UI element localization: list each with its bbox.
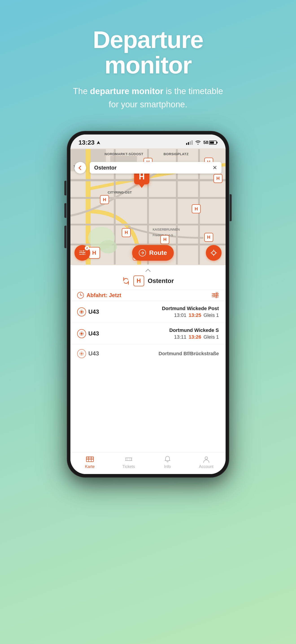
tab-bar: Karte Tickets Info: [70, 452, 226, 474]
status-time: 13:23: [78, 139, 101, 146]
line-number-3: U43: [88, 350, 99, 357]
destination-2: Dortmund Wickede S: [103, 328, 219, 333]
svg-point-12: [81, 333, 83, 334]
tab-info-label: Info: [164, 464, 171, 469]
tab-account[interactable]: Account: [187, 455, 226, 469]
departure-row-1[interactable]: U43 Dortmund Wickede Post 13:01 13:25 Gl…: [70, 301, 226, 323]
location-button[interactable]: [206, 245, 222, 261]
map-label-nordmarkt: NORDMARKT-SÜDOST: [105, 152, 143, 156]
departure-row-2[interactable]: U43 Dortmund Wickede S 13:11 13:26 Gleis…: [70, 323, 226, 345]
line-badge-2: U43: [77, 329, 99, 338]
map-label-cityring: CITYRING-OST: [108, 190, 132, 194]
stop-name-label: Ostentor: [94, 164, 117, 171]
map-container[interactable]: NORDMARKT-SÜDOST BORSIGPLATZ T-SÜD CITYR…: [70, 148, 226, 265]
refresh-icon[interactable]: [122, 277, 130, 285]
metro-icon-3: [77, 349, 86, 358]
tab-account-label: Account: [199, 464, 213, 469]
line-number-1: U43: [88, 308, 99, 315]
crosshair-icon: [210, 249, 217, 256]
svg-point-17: [205, 457, 208, 460]
tab-tickets-label: Tickets: [122, 464, 135, 469]
phone-wrapper: 13:23: [67, 131, 229, 477]
status-icons: 58: [186, 140, 217, 145]
close-icon[interactable]: ✕: [213, 164, 217, 171]
location-arrow-icon: [96, 140, 101, 144]
account-icon: [202, 455, 211, 464]
filter-sliders-icon[interactable]: [212, 293, 219, 297]
svg-point-5: [212, 251, 215, 255]
svg-point-14: [81, 353, 83, 354]
route-button[interactable]: Route: [132, 245, 173, 261]
hero-subtitle: The departure monitor is the timetablefo…: [58, 85, 238, 111]
line-badge-3: U43: [77, 349, 99, 358]
route-arrow-icon: [139, 249, 146, 256]
line-badge-1: U43: [77, 308, 99, 316]
platform-1: Gleis 1: [204, 312, 219, 318]
phone-frame: 13:23: [67, 131, 229, 477]
status-bar: 13:23: [70, 134, 226, 148]
map-bottom-controls: 2: [70, 245, 226, 261]
filter-button[interactable]: 2: [74, 245, 90, 261]
stop-h-icon: H: [134, 276, 144, 286]
chevron-up-icon[interactable]: [145, 268, 151, 272]
map-label-kaiser: KAISERBRUNNEN: [153, 228, 180, 231]
stop-icon-8[interactable]: H: [160, 235, 169, 244]
wifi-icon: [195, 140, 201, 144]
bottom-panel: H Ostentor Abfahrt: Jetzt: [70, 265, 226, 474]
filter-badge: 2: [85, 246, 89, 250]
signal-icon: [186, 140, 193, 145]
platform-2: Gleis 1: [204, 334, 219, 340]
time-next-1: 13:25: [189, 312, 201, 318]
panel-handle: [70, 265, 226, 274]
svg-point-10: [81, 311, 83, 313]
departure-info-1: Dortmund Wickede Post 13:01 13:25 Gleis …: [103, 306, 219, 318]
ticket-icon: [125, 455, 133, 464]
departure-list: U43 Dortmund Wickede Post 13:01 13:25 Gl…: [70, 301, 226, 452]
time-next-2: 13:26: [189, 334, 201, 340]
stop-icon-4[interactable]: H: [100, 195, 109, 204]
departure-time-label[interactable]: Abfahrt: Jetzt: [77, 292, 121, 299]
battery-icon: 58: [203, 140, 217, 145]
svg-rect-16: [86, 457, 94, 462]
stop-header-name: Ostentor: [148, 277, 174, 284]
metro-icon-2: [77, 329, 86, 338]
departure-info-3: Dortmund Bf/Brückstraße: [103, 351, 219, 356]
stop-icon-3[interactable]: H: [213, 174, 222, 183]
hero-title: Departure monitor: [58, 27, 238, 78]
map-label-borsigplatz: BORSIGPLATZ: [163, 152, 189, 156]
tab-karte-label: Karte: [85, 464, 95, 469]
tab-tickets[interactable]: Tickets: [109, 455, 148, 469]
metro-icon-1: [77, 308, 86, 316]
departure-filter-row: Abfahrt: Jetzt: [70, 290, 226, 301]
tab-karte[interactable]: Karte: [70, 455, 109, 469]
hero-section: Departure monitor The departure monitor …: [58, 27, 238, 111]
stop-icon-7[interactable]: H: [204, 233, 213, 242]
line-number-2: U43: [88, 330, 99, 337]
stop-icon-5[interactable]: H: [192, 204, 201, 213]
destination-3: Dortmund Bf/Brückstraße: [103, 351, 219, 356]
departure-row-3[interactable]: U43 Dortmund Bf/Brückstraße: [70, 345, 226, 363]
time-normal-2: 13:11: [174, 334, 186, 340]
destination-1: Dortmund Wickede Post: [103, 306, 219, 312]
stop-header: H Ostentor: [70, 274, 226, 290]
map-search-bar[interactable]: Ostentor ✕: [90, 162, 222, 174]
stop-icon-6[interactable]: H: [122, 228, 131, 237]
tab-info[interactable]: Info: [148, 455, 187, 469]
clock-icon: [77, 292, 84, 299]
bell-icon: [163, 455, 172, 464]
back-button[interactable]: [74, 162, 86, 174]
filter-icon: [79, 251, 85, 255]
phone-screen: 13:23: [70, 134, 226, 474]
map-icon: [86, 455, 94, 464]
route-button-label: Route: [149, 249, 167, 256]
departure-info-2: Dortmund Wickede S 13:11 13:26 Gleis 1: [103, 328, 219, 340]
time-normal-1: 13:01: [174, 312, 186, 318]
